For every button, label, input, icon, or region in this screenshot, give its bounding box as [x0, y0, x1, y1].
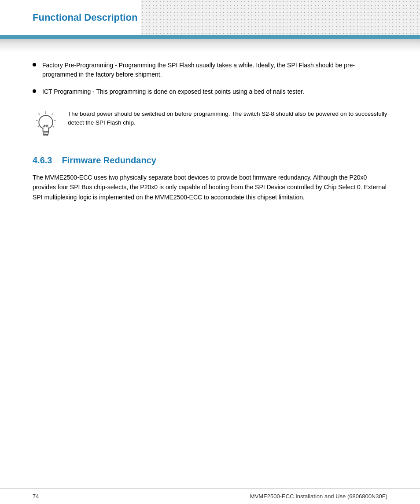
svg-line-6 [38, 126, 39, 127]
tip-box: The board power should be switched on be… [33, 110, 387, 138]
bullet-text-2: ICT Programming - This programming is do… [42, 87, 304, 96]
tip-text: The board power should be switched on be… [68, 110, 387, 128]
footer: 74 MVME2500-ECC Installation and Use (68… [0, 488, 420, 504]
svg-rect-10 [44, 135, 48, 136]
svg-line-2 [38, 114, 40, 115]
header-title-box: Functional Description [0, 0, 141, 35]
footer-document-title: MVME2500-ECC Installation and Use (68068… [250, 493, 387, 500]
footer-page-number: 74 [33, 493, 39, 500]
main-content: Factory Pre-Programming - Programming th… [0, 52, 420, 220]
bullet-dot [33, 89, 36, 93]
wave-area [0, 39, 420, 52]
tip-icon-area [33, 110, 59, 138]
svg-line-3 [52, 114, 53, 115]
list-item: Factory Pre-Programming - Programming th… [33, 61, 387, 79]
section-title: Firmware Redundancy [62, 155, 156, 165]
section-body: The MVME2500-ECC uses two physically sep… [33, 173, 387, 202]
section-heading: 4.6.3 Firmware Redundancy [33, 155, 387, 166]
bullet-dot [33, 63, 36, 66]
divider-bar [0, 35, 420, 39]
list-item: ICT Programming - This programming is do… [33, 87, 387, 96]
bullet-text-1: Factory Pre-Programming - Programming th… [42, 61, 387, 79]
header-area: Functional Description [0, 0, 420, 35]
page-title: Functional Description [33, 12, 137, 23]
bullet-list: Factory Pre-Programming - Programming th… [33, 61, 387, 96]
lightbulb-icon [35, 111, 57, 138]
svg-line-7 [53, 126, 54, 127]
section-number: 4.6.3 [33, 155, 52, 165]
